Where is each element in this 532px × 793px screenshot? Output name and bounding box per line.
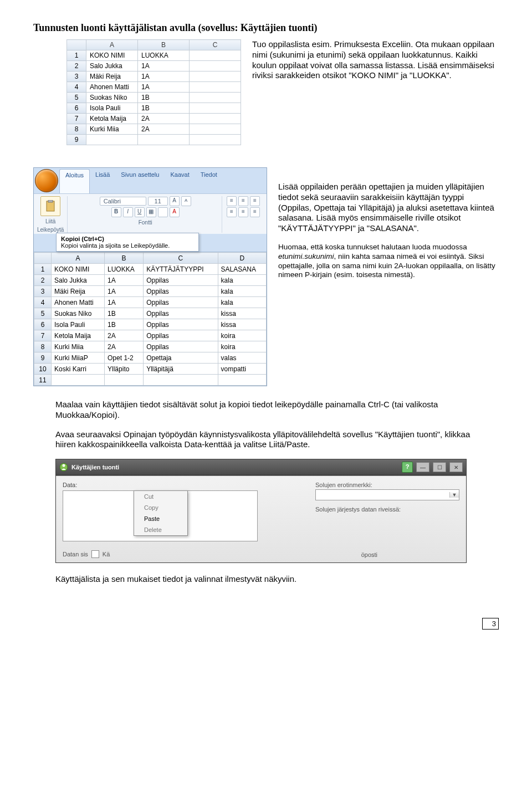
- font-color-button[interactable]: A: [170, 207, 180, 217]
- cell[interactable]: kissa: [218, 308, 266, 319]
- align-right-button[interactable]: ≡: [250, 207, 260, 217]
- cell[interactable]: Mäki Reija: [52, 286, 105, 297]
- cell[interactable]: [190, 61, 241, 71]
- cell[interactable]: 1A: [138, 71, 190, 82]
- cell[interactable]: Oppilas: [144, 341, 218, 352]
- cell[interactable]: 1B: [138, 103, 190, 114]
- minimize-button[interactable]: —: [416, 462, 429, 472]
- row-number[interactable]: 9: [34, 352, 52, 364]
- cell[interactable]: Ahonen Matti: [52, 297, 105, 308]
- sheet-col-a[interactable]: A: [52, 253, 105, 264]
- cell[interactable]: [52, 375, 105, 386]
- row-number[interactable]: 10: [34, 364, 52, 375]
- ribbon-tab[interactable]: Sivun asettelu: [115, 169, 165, 193]
- row-number[interactable]: 6: [34, 319, 52, 330]
- cell[interactable]: 1A: [105, 286, 144, 297]
- ribbon-tab[interactable]: Tiedot: [195, 169, 223, 193]
- cell[interactable]: [144, 375, 218, 386]
- cell[interactable]: Suokas Niko: [86, 93, 138, 103]
- row-number[interactable]: 5: [67, 93, 86, 103]
- cell[interactable]: LUOKKA: [138, 50, 190, 61]
- bold-button[interactable]: B: [111, 207, 121, 217]
- cell[interactable]: 1B: [105, 308, 144, 319]
- font-size-select[interactable]: 11: [148, 197, 168, 206]
- sheet-col-d[interactable]: D: [218, 253, 266, 264]
- border-button[interactable]: ▦: [146, 207, 156, 217]
- cell[interactable]: [105, 375, 144, 386]
- row-number[interactable]: 9: [67, 135, 86, 145]
- row-number[interactable]: 7: [67, 114, 86, 124]
- row-number[interactable]: 1: [34, 264, 52, 275]
- cell[interactable]: kala: [218, 275, 266, 286]
- cell[interactable]: Oppilas: [144, 297, 218, 308]
- cell[interactable]: 2A: [138, 124, 190, 135]
- cell[interactable]: [190, 93, 241, 103]
- cell[interactable]: [190, 135, 241, 145]
- cell[interactable]: Kurki Miia: [86, 124, 138, 135]
- cell[interactable]: Ahonen Matti: [86, 82, 138, 93]
- maximize-button[interactable]: ☐: [433, 462, 446, 472]
- cell[interactable]: 1B: [105, 319, 144, 330]
- align-left-button[interactable]: ≡: [227, 207, 237, 217]
- cell[interactable]: Oppilas: [144, 286, 218, 297]
- align-mid-button[interactable]: ≡: [238, 196, 248, 206]
- cell[interactable]: Ketola Maija: [52, 330, 105, 341]
- cell[interactable]: Oppilas: [144, 330, 218, 341]
- context-menu-item[interactable]: Paste: [134, 513, 187, 524]
- office-button[interactable]: [35, 169, 58, 192]
- cell[interactable]: Suokas Niko: [52, 308, 105, 319]
- cell[interactable]: Opettaja: [144, 352, 218, 364]
- header-cell[interactable]: KÄYTTÄJÄTYYPPI: [144, 264, 218, 275]
- fill-color-button[interactable]: [158, 207, 168, 217]
- cell[interactable]: 1A: [105, 297, 144, 308]
- cell[interactable]: Salo Jukka: [52, 275, 105, 286]
- row-number[interactable]: 3: [34, 286, 52, 297]
- cell[interactable]: KOKO NIMI: [86, 50, 138, 61]
- paste-button[interactable]: [40, 196, 60, 216]
- align-center-button[interactable]: ≡: [238, 207, 248, 217]
- cell[interactable]: 2A: [138, 114, 190, 124]
- cell[interactable]: [190, 71, 241, 82]
- xls1-col-a[interactable]: A: [86, 40, 138, 50]
- cell[interactable]: Ketola Maija: [86, 114, 138, 124]
- cell[interactable]: Isola Pauli: [86, 103, 138, 114]
- underline-button[interactable]: U: [135, 207, 145, 217]
- cell[interactable]: koira: [218, 330, 266, 341]
- cell[interactable]: kissa: [218, 319, 266, 330]
- xls1-corner[interactable]: [67, 40, 86, 50]
- sheet-col-c[interactable]: C: [144, 253, 218, 264]
- row-number[interactable]: 5: [34, 308, 52, 319]
- cell[interactable]: [86, 135, 138, 145]
- row-number[interactable]: 2: [67, 61, 86, 71]
- cell[interactable]: kala: [218, 286, 266, 297]
- cell[interactable]: Ylläpitäjä: [144, 364, 218, 375]
- cell[interactable]: [190, 103, 241, 114]
- cell[interactable]: 1A: [138, 61, 190, 71]
- cell[interactable]: kala: [218, 297, 266, 308]
- cell[interactable]: [190, 124, 241, 135]
- cell[interactable]: 2A: [105, 330, 144, 341]
- ribbon-tab[interactable]: Aloitus: [59, 169, 90, 193]
- header-cell[interactable]: KOKO NIMI: [52, 264, 105, 275]
- cell[interactable]: Salo Jukka: [86, 61, 138, 71]
- row-number[interactable]: 6: [67, 103, 86, 114]
- header-cell[interactable]: LUOKKA: [105, 264, 144, 275]
- cell[interactable]: Oppilas: [144, 275, 218, 286]
- header-cell[interactable]: SALASANA: [218, 264, 266, 275]
- cell[interactable]: Oppilas: [144, 319, 218, 330]
- sheet-corner[interactable]: [34, 253, 52, 264]
- grow-font-button[interactable]: A: [170, 196, 180, 206]
- cell[interactable]: Kurki MiiaP: [52, 352, 105, 364]
- cell[interactable]: 1A: [138, 82, 190, 93]
- cell[interactable]: 1B: [138, 93, 190, 103]
- row-number[interactable]: 7: [34, 330, 52, 341]
- row-number[interactable]: 11: [34, 375, 52, 386]
- align-bot-button[interactable]: ≡: [250, 196, 260, 206]
- row-number[interactable]: 8: [34, 341, 52, 352]
- cell[interactable]: Isola Pauli: [52, 319, 105, 330]
- ribbon-tab[interactable]: Kaavat: [165, 169, 195, 193]
- cell[interactable]: Opet 1-2: [105, 352, 144, 364]
- sheet-col-b[interactable]: B: [105, 253, 144, 264]
- cell[interactable]: Koski Karri: [52, 364, 105, 375]
- cell[interactable]: 1A: [105, 275, 144, 286]
